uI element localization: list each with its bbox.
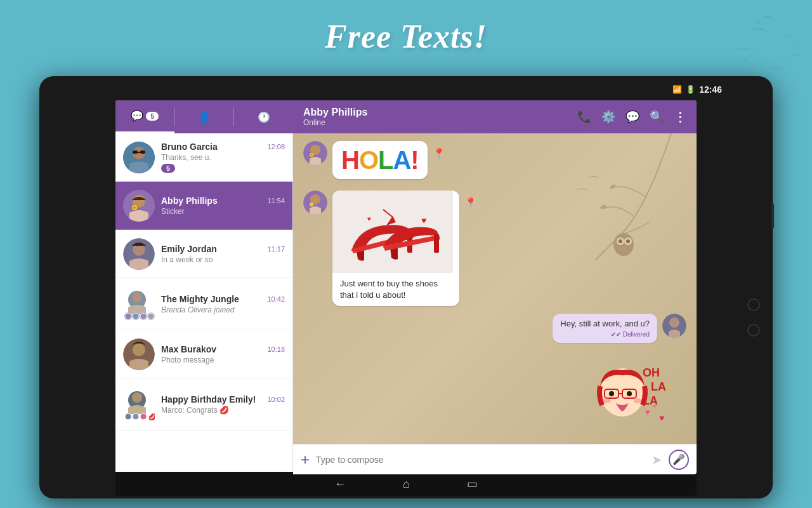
conv-name-jungle: The Mighty Jungle — [161, 294, 239, 304]
status-bar: 📶 🔋 12:46 — [672, 84, 722, 95]
wifi-icon: 📶 — [672, 85, 682, 94]
shoes-text: Just went to buy the shoes that i told u… — [332, 273, 459, 306]
message-sent: Hey, still at work, and u? ✔✔ Delivered — [553, 314, 686, 343]
svg-point-27 — [132, 392, 142, 403]
conv-info-max: Max Burakov 10:18 Photo message — [161, 344, 285, 364]
conv-name-max: Max Burakov — [161, 344, 216, 354]
send-icon[interactable]: ➤ — [652, 452, 662, 467]
shoe-image: ♥ ♥ — [332, 190, 453, 273]
svg-rect-6 — [140, 150, 145, 154]
chat-header: Abby Phillips Online 📞 ⚙️ 💬 🔍 ⋮ — [293, 107, 697, 127]
conv-preview-emily: In a week or so — [161, 255, 285, 264]
chats-icon: 💬 — [131, 110, 143, 122]
conversation-item-bday[interactable]: 💋 Happy Birthday Emily! 10:02 Marco: Con… — [115, 378, 292, 431]
svg-point-21 — [133, 313, 139, 319]
conv-info-emily: Emily Jordan 11:17 In a week or so — [161, 244, 285, 264]
sent-text: Hey, still at work, and u? — [560, 319, 650, 328]
tab-contacts[interactable]: 👤 — [175, 100, 234, 133]
conv-time-abby: 11:54 — [267, 197, 285, 204]
msg-avatar-abby-2 — [303, 190, 327, 215]
conv-preview-max: Photo message — [161, 356, 285, 364]
conv-name-bruno: Bruno Garcia — [161, 142, 218, 152]
contacts-icon: 👤 — [198, 111, 211, 123]
shoes-message-bubble: ♥ ♥ Just went to buy the shoes that i to… — [332, 190, 459, 306]
page-title: Free Texts! — [325, 18, 487, 55]
conv-preview-jungle: Brenda Olivera joined — [161, 305, 285, 314]
svg-rect-7 — [138, 152, 140, 153]
avatar-bday: 💋 — [123, 389, 155, 420]
main-content: Bruno Garcia 12:08 Thanks, see u. 5 — [115, 133, 697, 474]
delivered-text: Delivered — [623, 331, 650, 338]
svg-text:✦: ✦ — [793, 40, 797, 46]
chat-area: HOLA! 📍 — [293, 133, 697, 474]
conv-time-bday: 10:02 — [267, 396, 285, 403]
hola-text: HOLA! — [341, 147, 419, 173]
svg-text:✦: ✦ — [755, 20, 760, 27]
conversation-item-max[interactable]: Max Burakov 10:18 Photo message — [115, 330, 292, 378]
tablet-frame: 📶 🔋 12:46 💬 5 👤 — [39, 76, 773, 498]
avatar-bruno — [123, 142, 155, 173]
mic-button[interactable]: 🎤 — [669, 450, 689, 470]
conversation-item-abby[interactable]: Abby Phillips 11:54 Sticker — [115, 182, 292, 230]
location-pin-2[interactable]: 📍 — [464, 197, 477, 209]
message-input-bar: + ➤ 🎤 — [293, 444, 697, 474]
svg-point-25 — [133, 344, 145, 356]
conv-preview-abby: Sticker — [161, 207, 285, 216]
svg-point-30 — [140, 413, 147, 420]
more-icon[interactable]: ⋮ — [674, 109, 686, 124]
call-icon[interactable]: 📞 — [577, 110, 591, 124]
android-nav: ← ⌂ ▭ — [115, 472, 697, 496]
svg-point-20 — [125, 313, 131, 319]
tablet-side-button-1 — [771, 203, 774, 229]
android-recents-button[interactable]: ▭ — [467, 477, 478, 491]
conversation-item-jungle[interactable]: The Mighty Jungle 10:42 Brenda Olivera j… — [115, 278, 292, 330]
conv-info-bday: Happy Birthday Emily! 10:02 Marco: Congr… — [161, 394, 285, 415]
tablet-circle-1 — [747, 298, 760, 311]
checkmark-icon: ✔✔ — [611, 331, 621, 338]
android-back-button[interactable]: ← — [334, 478, 346, 491]
svg-text:✦: ✦ — [742, 57, 749, 65]
message-shoes: ♥ ♥ Just went to buy the shoes that i to… — [303, 190, 686, 306]
settings-icon[interactable]: ⚙️ — [601, 110, 615, 124]
conversations-list: Bruno Garcia 12:08 Thanks, see u. 5 — [115, 133, 293, 474]
tab-recents[interactable]: 🕐 — [234, 100, 293, 133]
conv-name-bday: Happy Birthday Emily! — [161, 394, 256, 404]
attach-icon[interactable]: + — [301, 451, 310, 469]
svg-point-22 — [140, 313, 147, 319]
msg-avatar-abby-1 — [303, 141, 327, 165]
location-pin-1[interactable]: 📍 — [433, 147, 445, 159]
tab-chats[interactable]: 💬 5 — [115, 100, 174, 133]
svg-point-15 — [132, 292, 142, 302]
conv-badge-bruno: 5 — [161, 164, 175, 173]
chat-contact-status: Online — [303, 118, 577, 127]
message-input[interactable] — [316, 455, 645, 465]
svg-rect-48 — [434, 234, 439, 253]
conversation-item-bruno[interactable]: Bruno Garcia 12:08 Thanks, see u. 5 — [115, 133, 292, 182]
svg-point-45 — [310, 203, 313, 206]
conv-preview-bday: Marco: Congrats 💋 — [161, 406, 285, 415]
search-icon[interactable]: 🔍 — [650, 110, 664, 124]
sent-meta: ✔✔ Delivered — [560, 331, 650, 338]
messages-container: HOLA! 📍 — [293, 133, 697, 444]
chats-badge: 5 — [146, 112, 159, 121]
sent-bubble: Hey, still at work, and u? ✔✔ Delivered — [553, 314, 657, 343]
conv-time-emily: 11:17 — [267, 245, 285, 253]
svg-point-52 — [669, 318, 679, 328]
nav-tabs: 💬 5 👤 🕐 — [115, 100, 293, 133]
svg-point-11 — [133, 206, 136, 209]
conv-info-abby: Abby Phillips 11:54 Sticker — [161, 196, 285, 216]
recents-icon: 🕐 — [258, 111, 270, 123]
svg-point-23 — [148, 313, 154, 319]
conv-name-abby: Abby Phillips — [161, 196, 218, 206]
new-chat-icon[interactable]: 💬 — [625, 110, 639, 124]
android-home-button[interactable]: ⌂ — [403, 478, 410, 491]
time-display: 12:46 — [699, 84, 722, 95]
conv-info-bruno: Bruno Garcia 12:08 Thanks, see u. 5 — [161, 142, 285, 173]
svg-text:♥: ♥ — [421, 215, 426, 225]
conv-preview-bruno: Thanks, see u. — [161, 153, 285, 162]
avatar-jungle — [123, 288, 155, 320]
svg-rect-5 — [133, 150, 138, 154]
conversation-item-emily[interactable]: Emily Jordan 11:17 In a week or so — [115, 230, 292, 278]
top-nav: 💬 5 👤 🕐 Abby Phillips — [115, 100, 697, 133]
conv-info-jungle: The Mighty Jungle 10:42 Brenda Olivera j… — [161, 294, 285, 314]
